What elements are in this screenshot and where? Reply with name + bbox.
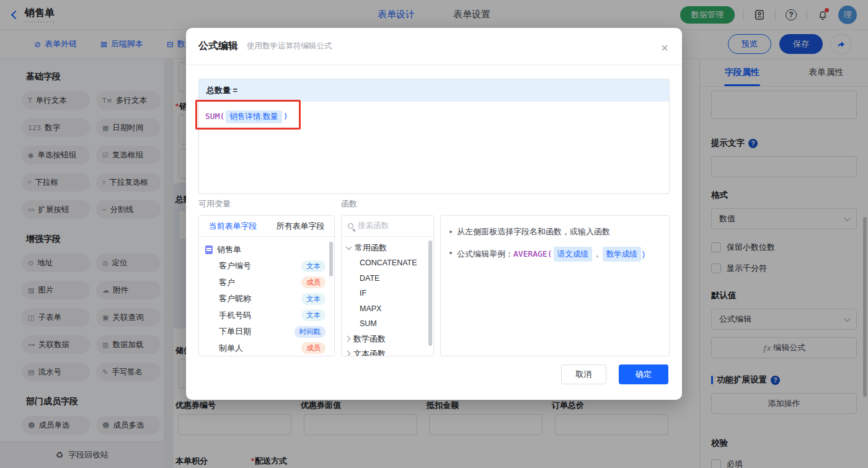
chevron-right-icon (345, 351, 351, 356)
function-group-text[interactable]: 文本函数 (347, 347, 433, 357)
type-tag: 成员 (301, 342, 326, 354)
function-group-math[interactable]: 数学函数 (347, 332, 433, 347)
form-designer-app: 销售单 表单设计 表单设置 数据管理 ? 理 ⊘表单外链 ⊠后端脚本 ⊟ (0, 0, 868, 468)
variable-item[interactable]: 客户编号 文本 (205, 258, 329, 275)
search-placeholder: 搜索函数 (358, 221, 389, 231)
field-chip[interactable]: 销售详情.数量 (226, 110, 281, 123)
example-function-name: AVERAGE( (513, 249, 552, 258)
function-item[interactable]: SUM (347, 316, 433, 332)
formula-target: 总数量 = (199, 79, 669, 102)
tree-root-form[interactable]: 销售单 (205, 242, 329, 258)
confirm-button[interactable]: 确定 (619, 364, 668, 384)
chevron-right-icon (345, 336, 351, 342)
cancel-button[interactable]: 取消 (561, 364, 606, 384)
scrollbar-thumb[interactable] (329, 242, 333, 276)
type-tag: 文本 (301, 309, 326, 321)
variable-item[interactable]: 制单人 成员 (205, 340, 329, 357)
type-tag: 文本 (301, 260, 326, 272)
search-icon (348, 223, 353, 229)
hint-line-1: 从左侧面板选择字段名和函数，或输入函数 (450, 226, 660, 238)
formula-expression[interactable]: SUM(销售详情.数量) (199, 102, 669, 132)
formula-edit-modal: 公式编辑 使用数学运算符编辑公式 × 总数量 = SUM(销售详情.数量) 可用… (186, 28, 682, 400)
modal-title: 公式编辑 (198, 40, 238, 53)
modal-subtitle: 使用数学运算符编辑公式 (247, 41, 332, 51)
tab-all-form-fields[interactable]: 所有表单字段 (277, 221, 325, 232)
variable-item[interactable]: 下单日期 时间戳 (205, 324, 329, 340)
example-field-chip: 数学成绩 (603, 247, 641, 262)
function-item[interactable]: CONCATENATE (347, 255, 433, 271)
type-tag: 时间戳 (294, 326, 326, 338)
functions-panel: 搜索函数 常用函数 CONCATENATE DATE IF MAPX SUM 数… (341, 215, 434, 356)
scrollbar-thumb[interactable] (428, 241, 432, 346)
function-name: SUM( (205, 112, 224, 121)
type-tag: 成员 (301, 276, 326, 288)
formula-hint-panel: 从左侧面板选择字段名和函数，或输入函数 公式编辑举例：AVERAGE(语文成绩，… (440, 215, 670, 356)
type-tag: 文本 (301, 293, 326, 305)
formula-editor[interactable]: 总数量 = SUM(销售详情.数量) (198, 79, 670, 194)
functions-label: 函数 (341, 198, 357, 210)
function-item[interactable]: MAPX (347, 301, 433, 317)
function-item[interactable]: IF (347, 286, 433, 301)
function-group-common[interactable]: 常用函数 (347, 241, 433, 255)
variables-label: 可用变量 (198, 198, 231, 210)
hint-line-2: 公式编辑举例：AVERAGE(语文成绩，数学成绩) (450, 247, 660, 262)
variable-item[interactable]: 客户昵称 文本 (205, 291, 329, 307)
function-item[interactable]: DATE (347, 271, 433, 286)
example-field-chip: 语文成绩 (554, 247, 592, 262)
form-doc-icon (205, 245, 213, 254)
function-search-input[interactable]: 搜索函数 (342, 216, 433, 237)
variables-panel: 当前表单字段 所有表单字段 销售单 客户编号 文本 客户 成员 客户昵称 (198, 215, 335, 356)
chevron-down-icon (346, 244, 352, 250)
tab-current-form-fields[interactable]: 当前表单字段 (209, 221, 257, 232)
variable-item[interactable]: 手机号码 文本 (205, 307, 329, 324)
variable-item[interactable]: 客户 成员 (205, 275, 329, 291)
close-icon[interactable]: × (661, 42, 668, 54)
